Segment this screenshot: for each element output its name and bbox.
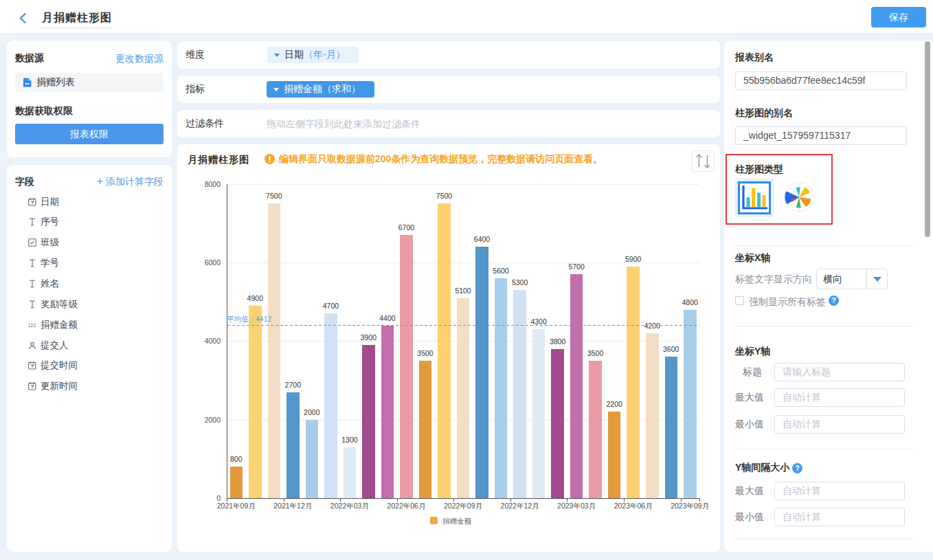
svg-text:123: 123 [28,323,36,328]
